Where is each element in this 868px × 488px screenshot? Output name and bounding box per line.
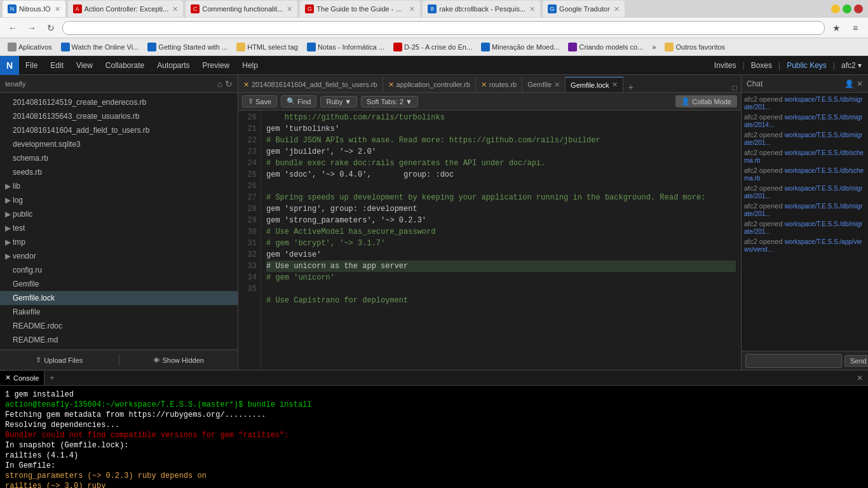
tab-close-btn[interactable]: ✕ — [287, 5, 292, 13]
editor-content[interactable]: 20212223242526272829303132333435 https:/… — [238, 111, 741, 370]
tree-item[interactable]: Gemfile — [0, 277, 238, 291]
tree-item[interactable]: ▶ lib — [0, 179, 238, 193]
soft-tabs-selector[interactable]: Soft Tabs: 2 ▼ — [361, 96, 418, 107]
find-btn[interactable]: 🔍 Find — [281, 95, 316, 107]
bookmark-item-0[interactable]: Aplicativos — [4, 40, 56, 54]
add-tab-btn[interactable]: + — [623, 82, 639, 92]
tree-item[interactable]: ▶ log — [0, 193, 238, 207]
bookmark-item-7[interactable]: Criando models co... — [564, 40, 647, 54]
tab-close-btn[interactable]: ✕ — [529, 5, 535, 13]
chat-input[interactable] — [745, 354, 842, 368]
close-terminal-btn[interactable]: ✕ — [851, 374, 868, 383]
chat-send-btn[interactable]: Send — [844, 355, 868, 367]
tree-item[interactable]: config.ru — [0, 263, 238, 277]
home-icon[interactable]: ⌂ — [217, 79, 222, 89]
line-number: 35 — [238, 283, 257, 295]
tree-item[interactable]: 20140816141604_add_field_to_users.rb — [0, 123, 238, 137]
editor-tab[interactable]: ✕routes.rb — [476, 77, 522, 92]
tab-modified-icon[interactable]: ✕ — [481, 81, 487, 89]
chat-msg-user: afc2 opened — [744, 149, 785, 156]
show-hidden-btn[interactable]: 👁 Show Hidden — [119, 350, 238, 370]
bookmark-item-6[interactable]: Mineração de Moed... — [477, 40, 563, 54]
line-number: 27 — [238, 192, 257, 203]
browser-tab-t5[interactable]: 8rake db:rollback - Pesquis...✕ — [423, 1, 540, 17]
chat-user-icon[interactable]: 👤 — [844, 79, 854, 88]
tree-item[interactable]: Rakefile — [0, 305, 238, 319]
tab-close-btn[interactable]: ✕ — [172, 5, 178, 13]
tree-item[interactable]: schema.rb — [0, 151, 238, 165]
editor-tab[interactable]: ✕20140816141604_add_field_to_users.rb — [238, 77, 383, 92]
editor-tab[interactable]: Gemfile.lock ✕ — [566, 77, 623, 92]
refresh-tree-icon[interactable]: ↻ — [225, 79, 233, 89]
tree-item[interactable]: ▶ vendor — [0, 249, 238, 263]
bookmark-item-9[interactable]: Outros favoritos — [661, 40, 729, 54]
menu-item-file[interactable]: File — [19, 56, 44, 74]
browser-tab-t1[interactable]: NNitrous.IO✕ — [3, 1, 65, 17]
tab-close-btn[interactable]: ✕ — [409, 5, 415, 13]
maximize-btn[interactable] — [843, 4, 851, 13]
browser-tab-t2[interactable]: AAction Controller: Excepti...✕ — [68, 1, 184, 17]
browser-tab-t4[interactable]: GThe Guide to the Guide - R...✕ — [300, 1, 420, 17]
tree-item-name: tmp — [13, 238, 25, 247]
editor-tab[interactable]: ✕application_controller.rb — [383, 77, 476, 92]
tab-favicon: 8 — [428, 4, 437, 13]
tab-modified-icon[interactable]: ✕ — [243, 81, 249, 89]
editor-tab[interactable]: Gemfile ✕ — [522, 77, 566, 92]
console-tab-close[interactable]: ✕ — [5, 374, 11, 382]
menu-item-edit[interactable]: Edit — [44, 56, 70, 74]
menu-item-autoparts[interactable]: Autoparts — [151, 56, 196, 74]
bookmark-item-2[interactable]: Getting Started with ... — [144, 40, 231, 54]
tab-title-text: Commenting functionalit... — [202, 5, 283, 13]
chat-close-icon[interactable]: ✕ — [857, 79, 863, 88]
back-btn[interactable]: ← — [5, 20, 20, 36]
close-btn[interactable] — [854, 4, 863, 13]
terminal-content[interactable]: 1 gem installedaction@tenafly-135604:~/w… — [0, 386, 868, 488]
bookmark-item-8[interactable]: » — [648, 40, 660, 54]
menu-item-help[interactable]: Help — [236, 56, 264, 74]
code-content[interactable]: https://github.com/rails/turbolinksgem '… — [261, 111, 741, 370]
tree-item[interactable]: 20140816124519_create_enderecos.rb — [0, 95, 238, 109]
tab-modified-icon[interactable]: ✕ — [388, 81, 394, 89]
tree-item[interactable]: README.rdoc — [0, 319, 238, 333]
menu-item-collaborate[interactable]: Collaborate — [99, 56, 151, 74]
menu-item-view[interactable]: View — [70, 56, 99, 74]
expand-editor-btn[interactable]: □ — [729, 83, 741, 92]
minimize-btn[interactable] — [831, 4, 840, 13]
add-terminal-tab-btn[interactable]: + — [44, 374, 59, 383]
right-menu-item-invites[interactable]: Invites — [714, 61, 736, 70]
upload-files-btn[interactable]: ⇧ Upload Files — [0, 350, 119, 370]
refresh-btn[interactable]: ↻ — [43, 20, 58, 36]
tree-item[interactable]: seeds.rb — [0, 165, 238, 179]
editor-tab-close[interactable]: ✕ — [612, 81, 618, 89]
tree-item[interactable]: development.sqlite3 — [0, 137, 238, 151]
right-menu-item-public-keys[interactable]: Public Keys — [787, 61, 827, 70]
bookmark-item-3[interactable]: HTML select tag — [233, 40, 302, 54]
bookmark-item-4[interactable]: Notas - Informática ... — [303, 40, 388, 54]
menu-item-preview[interactable]: Preview — [196, 56, 236, 74]
address-input[interactable]: https://www.nitrous.io/app#/boxes/135604… — [62, 21, 825, 35]
editor-tab-close[interactable]: ✕ — [554, 81, 560, 89]
browser-tab-t3[interactable]: CCommenting functionalit...✕ — [186, 1, 297, 17]
app-logo: N — [0, 56, 19, 75]
tree-item[interactable]: README.md — [0, 333, 238, 347]
tree-item[interactable]: ▶ tmp — [0, 235, 238, 249]
language-selector[interactable]: Ruby ▼ — [320, 96, 357, 107]
tab-close-btn[interactable]: ✕ — [55, 5, 60, 13]
bookmark-btn[interactable]: ★ — [829, 20, 844, 36]
tree-item[interactable]: 20140816135643_create_usuarios.rb — [0, 109, 238, 123]
browser-tab-t6[interactable]: GGoogle Tradutor✕ — [543, 1, 625, 17]
save-btn[interactable]: ⇧ Save — [242, 95, 277, 107]
bookmark-item-5[interactable]: D-25 - A crise do En... — [390, 40, 476, 54]
tree-item[interactable]: ▶ public — [0, 207, 238, 221]
tab-close-btn[interactable]: ✕ — [614, 5, 620, 13]
right-menu-item-boxes[interactable]: Boxes — [751, 61, 772, 70]
collab-mode-btn[interactable]: 👤 Collab Mode — [675, 95, 737, 107]
bookmark-item-1[interactable]: Watch the Online Vi... — [57, 40, 143, 54]
forward-btn[interactable]: → — [24, 20, 39, 36]
right-menu-item-afc2-▾[interactable]: afc2 ▾ — [841, 61, 862, 70]
tab-favicon: G — [305, 4, 314, 13]
console-tab[interactable]: ✕ Console — [0, 371, 44, 385]
tree-item[interactable]: ▶ test — [0, 221, 238, 235]
tree-item[interactable]: Gemfile.lock — [0, 291, 238, 305]
settings-btn[interactable]: ≡ — [848, 20, 863, 36]
